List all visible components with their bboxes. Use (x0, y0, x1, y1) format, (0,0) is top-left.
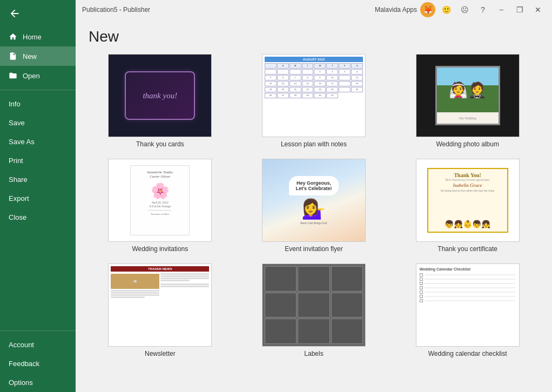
template-lesson-plan[interactable]: AUGUST 2013 S M T W T F S 123 4 (243, 54, 386, 148)
label-cell (298, 266, 329, 292)
template-thumb-newsletter: TRADER NEWS 📰 (108, 263, 212, 347)
sidebar-home-label: Home (23, 33, 42, 41)
thankyou-card-preview: thank you! (125, 71, 195, 120)
label-cell (331, 266, 363, 292)
sidebar-item-export[interactable]: Export (0, 189, 76, 208)
sidebar-item-new[interactable]: New (0, 46, 76, 66)
sidebar-item-close[interactable]: Close (0, 208, 76, 227)
emoji-smile-button[interactable]: 🙂 (439, 2, 454, 17)
home-icon (9, 32, 17, 41)
template-wedding-invite[interactable]: Annabelle Nadia,Carter Oliver 🌸 April 20… (89, 159, 232, 253)
sidebar-item-options[interactable]: Options (0, 373, 76, 392)
titlebar-controls: Malavida Apps 🦊 🙂 ☹ ? − ❐ ✕ (375, 2, 546, 17)
sidebar-new-label: New (23, 52, 37, 60)
template-thumb-event: Hey Gorgeous,Let's Celebrate! 💁‍♀️ Book … (262, 159, 366, 242)
template-label-wedding: Wedding photo album (436, 140, 499, 148)
templates-grid: thank you! Thank you cards AUGUST 2013 S… (89, 54, 539, 357)
sidebar-item-open[interactable]: Open (0, 66, 76, 85)
template-thumb-thankyou: thank you! (108, 54, 212, 137)
template-wedding-album[interactable]: 👰🤵 Our Wedding Wedding photo album (396, 54, 539, 148)
open-icon (9, 71, 17, 80)
sidebar-item-share[interactable]: Share (0, 170, 76, 189)
sidebar-open-label: Open (23, 72, 40, 80)
page-heading: New (76, 19, 552, 52)
back-icon (9, 8, 21, 19)
template-thumb-checklist: Wedding Calendar Checklist (416, 263, 520, 347)
template-event-flyer[interactable]: Hey Gorgeous,Let's Celebrate! 💁‍♀️ Book … (243, 159, 386, 253)
template-thumb-lesson: AUGUST 2013 S M T W T F S 123 4 (262, 54, 366, 137)
label-cell (331, 293, 363, 318)
sidebar-item-info[interactable]: Info (0, 94, 76, 113)
template-thumb-wedding: 👰🤵 Our Wedding (416, 54, 520, 137)
titlebar-title: Publication5 - Publisher (82, 6, 150, 13)
template-label-labels: Labels (304, 350, 323, 357)
sidebar-item-account[interactable]: Account (0, 335, 76, 354)
template-thankyou-cards[interactable]: thank you! Thank you cards (89, 54, 232, 148)
emoji-sad-button[interactable]: ☹ (457, 2, 472, 17)
template-label-event: Event invitation flyer (285, 245, 342, 253)
label-cell (265, 266, 297, 292)
sidebar-item-save[interactable]: Save (0, 113, 76, 132)
label-cell (265, 319, 297, 344)
template-label-lesson: Lesson plan with notes (281, 140, 347, 148)
main-content: Publication5 - Publisher Malavida Apps 🦊… (76, 0, 552, 392)
malavida-label: Malavida Apps (375, 6, 417, 13)
template-thumb-cert: Thank You! Birch Elementary School appre… (416, 159, 520, 242)
close-button[interactable]: ✕ (530, 2, 546, 17)
template-checklist[interactable]: Wedding Calendar Checklist Wedding calen… (396, 263, 539, 357)
template-label-thankyou: Thank you cards (136, 140, 184, 148)
template-thankyou-cert[interactable]: Thank You! Birch Elementary School appre… (396, 159, 539, 253)
divider-2 (0, 330, 76, 331)
label-cell (331, 319, 363, 344)
templates-area[interactable]: thank you! Thank you cards AUGUST 2013 S… (76, 52, 552, 392)
minimize-button[interactable]: − (494, 2, 509, 17)
template-label-checklist: Wedding calendar checklist (428, 350, 507, 357)
template-label-cert: Thank you certificate (437, 245, 497, 253)
sidebar-item-feedback[interactable]: Feedback (0, 354, 76, 373)
label-cell (298, 319, 329, 344)
label-cell (265, 293, 297, 318)
divider-1 (0, 90, 76, 90)
template-newsletter[interactable]: TRADER NEWS 📰 (89, 263, 232, 357)
malavida-icon: 🦊 (420, 2, 435, 17)
new-icon (9, 52, 17, 60)
template-label-invite: Wedding invitations (132, 245, 188, 253)
sidebar: Home New Open Info Save Save As Print Sh… (0, 0, 76, 392)
label-cell (298, 293, 329, 318)
sidebar-item-saveas[interactable]: Save As (0, 132, 76, 151)
template-label-newsletter: Newsletter (145, 350, 176, 357)
template-thumb-invite: Annabelle Nadia,Carter Oliver 🌸 April 20… (108, 159, 212, 242)
sidebar-item-home[interactable]: Home (0, 27, 76, 46)
sidebar-item-print[interactable]: Print (0, 151, 76, 170)
titlebar: Publication5 - Publisher Malavida Apps 🦊… (76, 0, 552, 19)
restore-button[interactable]: ❐ (512, 2, 527, 17)
sidebar-spacer (0, 227, 76, 326)
back-button[interactable] (0, 0, 76, 27)
template-thumb-labels (262, 263, 366, 347)
help-button[interactable]: ? (475, 2, 490, 17)
template-labels[interactable]: Labels (243, 263, 386, 357)
